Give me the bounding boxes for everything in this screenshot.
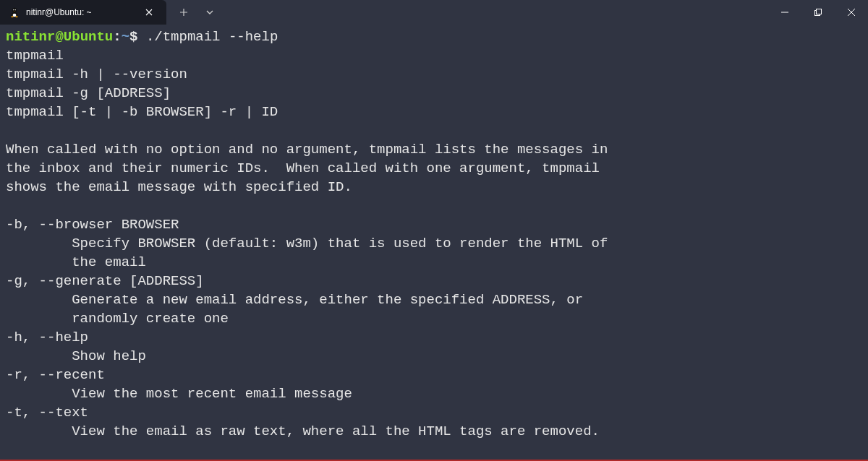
close-window-button[interactable] <box>835 0 868 25</box>
prompt-path: ~ <box>122 29 129 45</box>
terminal-viewport[interactable]: nitinr@Ubuntu:~$ ./tmpmail --help tmpmai… <box>0 25 868 447</box>
svg-point-3 <box>13 9 14 11</box>
entered-command: ./tmpmail --help <box>146 29 278 45</box>
prompt-host: Ubuntu <box>64 29 113 45</box>
svg-point-0 <box>12 8 17 12</box>
command-text: ./tmpmail --help <box>137 29 278 45</box>
tab-controls <box>166 0 221 25</box>
active-tab[interactable]: nitinr@Ubuntu: ~ <box>0 0 166 25</box>
new-tab-button[interactable] <box>172 1 195 24</box>
titlebar-drag-area[interactable] <box>221 0 768 25</box>
tab-title: nitinr@Ubuntu: ~ <box>26 7 133 17</box>
tab-dropdown-button[interactable] <box>198 1 221 24</box>
svg-rect-8 <box>817 9 822 14</box>
close-tab-button[interactable] <box>139 2 159 22</box>
prompt-colon: : <box>113 29 121 45</box>
minimize-button[interactable] <box>768 0 801 25</box>
window-controls <box>768 0 868 25</box>
command-output: tmpmail tmpmail -h | --version tmpmail -… <box>6 48 608 439</box>
svg-point-4 <box>15 9 16 11</box>
prompt-at: @ <box>55 29 63 45</box>
maximize-button[interactable] <box>801 0 835 25</box>
svg-point-2 <box>13 14 17 17</box>
svg-point-5 <box>11 16 13 17</box>
svg-point-6 <box>15 16 17 17</box>
tux-icon <box>9 7 20 18</box>
prompt-symbol: $ <box>129 29 137 45</box>
prompt-user: nitinr <box>6 29 55 45</box>
title-bar: nitinr@Ubuntu: ~ <box>0 0 868 25</box>
